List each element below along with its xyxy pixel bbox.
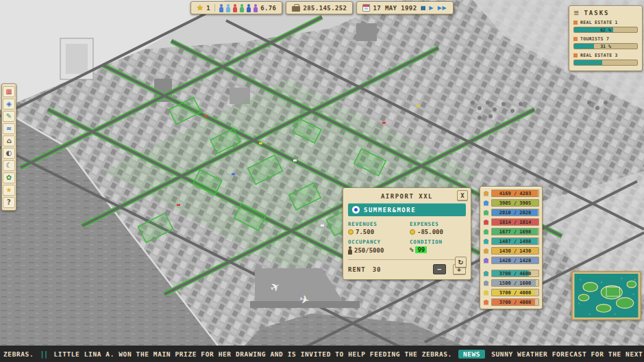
person-icon [240, 7, 244, 12]
resource-value: 1420 / 1420 [492, 257, 538, 263]
fast-forward-button[interactable]: ▶▶ [437, 5, 447, 11]
score-panel: ★ 1 6.76 [190, 1, 282, 14]
resource-row[interactable]: 1430 / 1430 [483, 247, 539, 255]
money-value: 285.145.252 [303, 5, 347, 12]
resource-row[interactable]: 3700 / 4000 [483, 298, 539, 306]
resource-bar: 1500 / 1600 [491, 279, 539, 287]
resource-bar: 1487 / 1498 [491, 237, 539, 245]
resource-bar: 1430 / 1430 [491, 247, 539, 255]
resource-row[interactable]: 1677 / 1698 [483, 228, 539, 235]
news-badge: NEWS [458, 350, 485, 359]
task-label: TOURISTS 7 [580, 36, 609, 42]
house-icon [483, 220, 489, 225]
task-icon [573, 37, 578, 41]
night-mode-icon[interactable]: ☾ [3, 160, 15, 171]
ticker-next-item: SUNNY WEATHER FORECAST FOR THE NEXT 365 … [491, 350, 644, 358]
resource-value: 1500 / 1600 [492, 280, 538, 286]
task-item[interactable]: REAL ESTATE 1 62 % [573, 20, 638, 33]
population-value: 6.76 [260, 5, 276, 12]
water-icon[interactable]: ≈ [3, 123, 15, 134]
ticker-news-item: LITTLE LINA A. WON THE MAIN PRIZE FOR HE… [54, 350, 452, 358]
play-button[interactable]: ▶ [428, 5, 434, 11]
resource-bar: 1814 / 1814 [491, 218, 539, 226]
resource-value: 3700 / 4000 [492, 299, 538, 305]
resource-row[interactable]: 4169 / 4203 [483, 190, 539, 197]
condition-label: CONDITION [410, 239, 466, 245]
contrast-icon[interactable]: ◐ [3, 148, 15, 159]
resource-value: 4169 / 4203 [492, 190, 538, 196]
task-item[interactable]: REAL ESTATE 3 [573, 53, 638, 66]
resource-row[interactable]: 1500 / 1600 [483, 279, 539, 287]
condition-cell: CONDITION % 99 [410, 239, 466, 255]
help-icon[interactable]: ? [3, 197, 15, 208]
task-label: REAL ESTATE 3 [580, 53, 618, 58]
resource-value: 1677 / 1698 [492, 229, 538, 235]
resource-row[interactable]: 3700 / 4000 [483, 289, 539, 296]
favorites-icon[interactable]: ★ [3, 185, 15, 196]
resource-bar: 1677 / 1698 [491, 228, 539, 235]
service-icon [483, 300, 489, 305]
expenses-label: EXPENSES [410, 221, 466, 227]
task-progress-bar: 31 % [573, 43, 638, 49]
task-progress-bar: 62 % [573, 27, 638, 33]
minimap[interactable] [571, 271, 641, 320]
service-icon [483, 281, 489, 286]
edit-icon[interactable]: ✎ [3, 111, 15, 122]
company-banner: SUMMER&MORE [348, 203, 466, 216]
service-icon [483, 290, 489, 296]
money-panel: 285.145.252 [286, 1, 353, 14]
resource-row[interactable]: 1487 / 1498 [483, 237, 539, 245]
ticker-tail-text: ZEBRAS. [3, 350, 34, 358]
close-button[interactable]: X [457, 190, 468, 201]
house-icon [483, 210, 489, 216]
divider [348, 259, 466, 260]
nature-icon[interactable]: ✿ [3, 172, 15, 183]
zones-icon[interactable]: ◈ [3, 99, 15, 109]
buildings-icon[interactable]: ⌂ [3, 135, 15, 146]
house-icon [483, 201, 489, 206]
resource-bar: 2010 / 2028 [491, 209, 539, 216]
person-icon [247, 7, 251, 12]
resource-value: 3905 / 3905 [492, 200, 538, 206]
top-status-bar: ★ 1 6.76 285.145.252 17 MAY 1992 ▮▮ ▶ ▶▶ [190, 1, 454, 14]
resource-row[interactable]: 1814 / 1814 [483, 218, 539, 226]
pause-button[interactable]: ▮▮ [419, 5, 425, 11]
calendar-icon [362, 4, 370, 12]
resource-value: 1430 / 1430 [492, 248, 538, 254]
resource-bar: 4169 / 4203 [491, 190, 539, 197]
house-icon [483, 229, 489, 235]
tasks-panel: ≡ TASKS REAL ESTATE 1 62 % TOURISTS 7 31… [569, 5, 643, 71]
task-icon [573, 53, 578, 57]
task-item[interactable]: TOURISTS 7 31 % [573, 36, 638, 49]
resource-row[interactable]: 3700 / 4600 [483, 270, 539, 277]
coin-icon [410, 229, 415, 235]
condition-value-badge: 99 [415, 246, 427, 253]
resource-row[interactable]: 1420 / 1420 [483, 257, 539, 264]
resource-value: 3700 / 4600 [492, 270, 538, 276]
rent-decrease-button[interactable]: − [433, 264, 446, 274]
resource-row[interactable]: 3905 / 3905 [483, 199, 539, 207]
house-icon [483, 248, 489, 254]
resource-row[interactable]: 2010 / 2028 [483, 209, 539, 216]
game-screen: ✈ ✈ ★ 1 [0, 0, 644, 362]
revenues-value: 7.500 [356, 229, 374, 235]
occupancy-label: OCCUPANCY [348, 239, 404, 245]
city-map[interactable]: ✈ ✈ [0, 0, 644, 362]
resource-bar: 3700 / 4000 [491, 289, 539, 296]
divider [214, 4, 215, 12]
task-label: REAL ESTATE 1 [580, 20, 618, 25]
occupancy-value: 250/5000 [354, 247, 384, 254]
building-dialog: AIRPORT XXL X SUMMER&MORE REVENUES 7.500… [343, 188, 471, 280]
company-logo-icon [352, 206, 360, 214]
map-layers-icon[interactable]: ▦ [3, 86, 15, 97]
service-icon [483, 271, 489, 276]
expenses-value: -85.000 [417, 229, 443, 235]
tasks-title: TASKS [584, 10, 609, 16]
house-icon [483, 258, 489, 263]
date-panel: 17 MAY 1992 ▮▮ ▶ ▶▶ [356, 1, 454, 14]
resource-bar: 1420 / 1420 [491, 257, 539, 264]
rotate-button[interactable]: ↻ [455, 257, 467, 268]
coin-icon [348, 229, 354, 235]
occupancy-cell: OCCUPANCY 250/5000 [348, 239, 404, 255]
task-percent: 62 % [574, 27, 637, 32]
